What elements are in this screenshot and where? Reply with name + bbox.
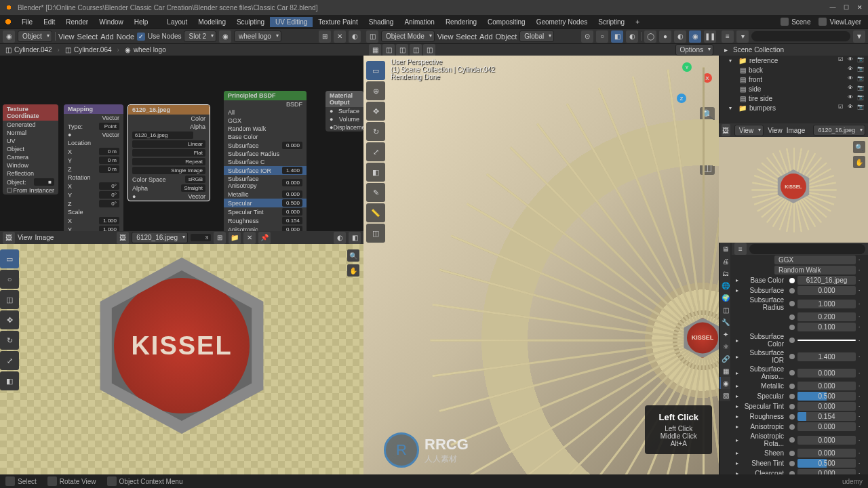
uv-image-name[interactable]: 6120_16.jpeg: [813, 125, 865, 136]
pin-icon[interactable]: 📌: [258, 232, 271, 244]
property-value[interactable]: 0.200: [797, 312, 856, 321]
socket-dot-icon[interactable]: [789, 461, 795, 466]
workspace-tab[interactable]: Animation: [399, 17, 439, 27]
maximize-button[interactable]: ☐: [842, 3, 850, 12]
zoom-icon[interactable]: 🔍: [347, 249, 359, 262]
pan-icon[interactable]: ✋: [347, 264, 359, 277]
keyframe-dot-icon[interactable]: ·: [859, 338, 864, 344]
socket-dot-icon[interactable]: [789, 394, 795, 399]
workspace-tab[interactable]: Scripting: [593, 17, 630, 27]
tab-render-icon[interactable]: 🖥: [719, 243, 730, 255]
sss-method-dropdown[interactable]: Random Walk: [774, 266, 856, 274]
node-header[interactable]: Mapping: [64, 104, 123, 114]
keyframe-dot-icon[interactable]: ·: [859, 393, 864, 399]
tool-move-icon[interactable]: ✥: [366, 102, 385, 121]
node-image-texture[interactable]: 6120_16.jpeg Color Alpha 6120_16.jpeg Li…: [127, 104, 210, 201]
tab-world-icon[interactable]: 🌍: [719, 291, 730, 304]
workspace-tab[interactable]: Sculpting: [231, 17, 270, 27]
property-value[interactable]: 0.000: [797, 402, 856, 411]
3d-viewport[interactable]: User Perspective (1) Scene Collection | …: [363, 56, 719, 474]
socket-dot-icon[interactable]: [789, 414, 795, 420]
socket-dot-icon[interactable]: [789, 370, 795, 375]
tool-addcube-icon[interactable]: ◫: [366, 224, 385, 243]
workspace-tab[interactable]: Modeling: [193, 17, 231, 27]
keyframe-dot-icon[interactable]: ·: [859, 413, 864, 420]
tool-transform-icon[interactable]: ◧: [366, 163, 385, 182]
property-value[interactable]: 0.000: [797, 382, 856, 390]
node-header[interactable]: Material Output: [326, 91, 363, 107]
shading-matprev-icon[interactable]: ◐: [674, 30, 686, 43]
visibility-icon[interactable]: ◫: [423, 44, 435, 56]
socket-dot-icon[interactable]: [789, 451, 795, 456]
menu-help[interactable]: Help: [129, 17, 154, 27]
tool-tweak-icon[interactable]: ▭: [0, 249, 19, 268]
uv-image-viewport[interactable]: KISSEL 🔍 ✋: [719, 137, 868, 243]
header-menu[interactable]: Select: [456, 33, 477, 41]
unlink-image-icon[interactable]: ✕: [243, 232, 256, 244]
use-nodes-checkbox[interactable]: ✓Use Nodes: [137, 33, 181, 41]
tab-viewlayer-icon[interactable]: 🗂: [719, 267, 730, 279]
editor-type-icon[interactable]: 🖼: [722, 124, 730, 136]
visibility-icon[interactable]: ◫: [382, 44, 395, 56]
tool-annotate-icon[interactable]: ○: [0, 270, 19, 289]
tool-transform-icon[interactable]: ◧: [0, 371, 19, 390]
property-value[interactable]: 0.100: [797, 323, 856, 331]
tab-physics-icon[interactable]: ⚛: [719, 340, 730, 352]
socket-dot-icon[interactable]: [789, 354, 795, 359]
socket-dot-icon[interactable]: [789, 325, 795, 330]
tool-rotate-icon[interactable]: ↻: [0, 331, 19, 350]
property-value[interactable]: 6120_16.jpeg: [797, 276, 856, 285]
mode-dropdown[interactable]: Object Mode: [381, 30, 435, 42]
pin-icon[interactable]: ⊞: [319, 30, 331, 43]
tab-output-icon[interactable]: 🖨: [719, 255, 730, 267]
unlink-icon[interactable]: ✕: [334, 30, 346, 43]
uv-view-dropdown[interactable]: View: [734, 125, 764, 136]
workspace-tab[interactable]: Rendering: [440, 17, 482, 27]
keyframe-dot-icon[interactable]: ·: [859, 460, 864, 466]
keyframe-dot-icon[interactable]: ·: [859, 437, 864, 443]
keyframe-dot-icon[interactable]: ·: [859, 287, 864, 293]
menu-file[interactable]: File: [16, 17, 38, 27]
keyframe-dot-icon[interactable]: ·: [859, 277, 864, 283]
header-menu[interactable]: View: [437, 33, 454, 41]
socket-dot-icon[interactable]: [789, 278, 795, 283]
display-channels-icon[interactable]: ◐: [334, 232, 346, 244]
tab-mesh-icon[interactable]: ▦: [719, 365, 730, 377]
viewlayer-name[interactable]: ViewLayer: [829, 18, 861, 26]
editor-type-icon[interactable]: 🖼: [3, 232, 15, 244]
workspace-tab[interactable]: Geometry Nodes: [531, 17, 593, 27]
minimize-button[interactable]: —: [829, 3, 837, 12]
socket-dot-icon[interactable]: [789, 338, 795, 343]
keyframe-dot-icon[interactable]: ·: [859, 424, 864, 430]
overlay-icon[interactable]: ◐: [626, 30, 638, 43]
node-principled-bsdf[interactable]: Principled BSDF BSDF All GGXRandom WalkB…: [224, 91, 307, 231]
socket-dot-icon[interactable]: [789, 384, 795, 389]
image-editor-viewport[interactable]: ▭ ○ ◫ ✥ ↻ ⤢ ◧ 🔍 ✋ KISSEL: [0, 244, 363, 474]
tab-modifier-icon[interactable]: 🔧: [719, 316, 730, 328]
keyframe-dot-icon[interactable]: ·: [859, 383, 864, 389]
keyframe-dot-icon[interactable]: ·: [859, 301, 864, 307]
node-header[interactable]: Texture Coordinate: [3, 104, 58, 121]
shading-wire-icon[interactable]: ◯: [644, 30, 656, 43]
header-menu[interactable]: Object: [496, 33, 517, 41]
property-value[interactable]: 0.000: [797, 436, 856, 445]
tool-rotate-icon[interactable]: ↻: [366, 122, 385, 141]
property-value[interactable]: 0.500: [797, 392, 856, 401]
object-mode-dropdown[interactable]: Object: [18, 30, 52, 42]
property-value[interactable]: 0.000: [797, 286, 856, 295]
header-menu[interactable]: Add: [479, 33, 493, 41]
property-value[interactable]: 0.500: [797, 459, 856, 468]
socket-dot-icon[interactable]: [789, 288, 795, 293]
keyframe-dot-icon[interactable]: ·: [859, 354, 864, 360]
tool-measure-icon[interactable]: 📏: [366, 203, 385, 222]
keyframe-dot-icon[interactable]: ·: [859, 370, 864, 376]
pause-icon[interactable]: ❚❚: [704, 30, 716, 43]
selectability-icon[interactable]: ▦: [369, 44, 381, 56]
keyframe-dot-icon[interactable]: ·: [859, 450, 864, 456]
workspace-tab[interactable]: Texture Paint: [313, 17, 363, 27]
socket-dot-icon[interactable]: [789, 404, 795, 409]
socket-dot-icon[interactable]: [789, 301, 795, 306]
distribution-dropdown[interactable]: GGX: [774, 256, 856, 264]
orientation-dropdown[interactable]: Global: [519, 30, 554, 42]
editor-type-icon[interactable]: ≡: [734, 243, 747, 255]
